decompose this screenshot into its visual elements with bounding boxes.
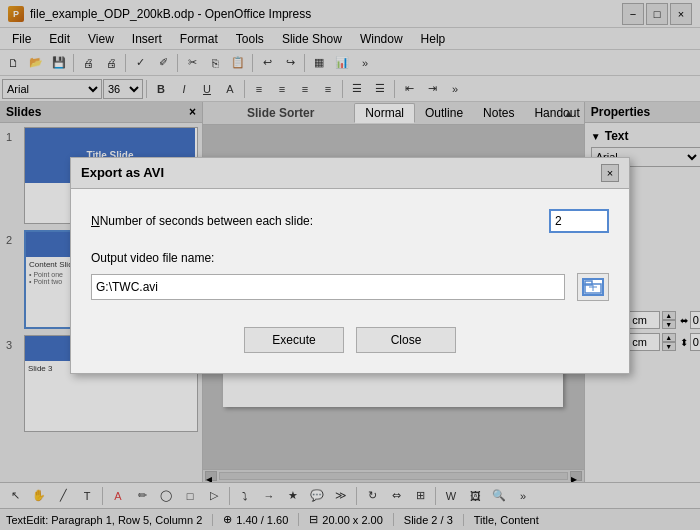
browse-button[interactable] — [577, 273, 609, 301]
dialog-title-bar: Export as AVI × — [71, 158, 629, 189]
svg-rect-1 — [585, 281, 592, 285]
filename-row — [91, 273, 609, 301]
seconds-input[interactable] — [549, 209, 609, 233]
seconds-label: NNumber of seconds between each slide: — [91, 214, 537, 228]
dialog-close-button[interactable]: × — [601, 164, 619, 182]
seconds-label-text: N — [91, 214, 100, 228]
browse-icon — [582, 278, 604, 296]
filename-label-row: Output video file name: — [91, 251, 609, 265]
dialog-overlay: Export as AVI × NNumber of seconds betwe… — [0, 0, 700, 530]
dialog-buttons: Execute Close — [91, 319, 609, 357]
dialog-cancel-button[interactable]: Close — [356, 327, 456, 353]
filename-label: Output video file name: — [91, 251, 214, 265]
execute-button[interactable]: Execute — [244, 327, 344, 353]
filename-input[interactable] — [91, 274, 565, 300]
dialog-title: Export as AVI — [81, 165, 164, 180]
browse-svg-icon — [584, 280, 602, 294]
dialog-body: NNumber of seconds between each slide: O… — [71, 189, 629, 373]
seconds-row: NNumber of seconds between each slide: — [91, 209, 609, 233]
export-avi-dialog: Export as AVI × NNumber of seconds betwe… — [70, 157, 630, 374]
